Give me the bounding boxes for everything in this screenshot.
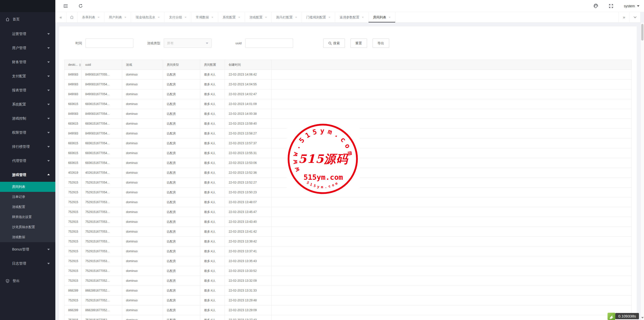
sidebar-group-label: 游戏控制 — [12, 116, 26, 120]
tab[interactable]: 返佣参数配置× — [335, 12, 369, 22]
scrollbar-down-arrow[interactable] — [641, 317, 644, 318]
tab[interactable]: 现金钱包流水× — [131, 12, 165, 22]
tab[interactable]: 跑马灯配置× — [272, 12, 302, 22]
cell-room-type: 匹配房 — [163, 237, 200, 246]
sidebar-group-label: 运营管理 — [12, 32, 26, 36]
cell-room-config: 最多:4人 — [200, 276, 225, 286]
tab[interactable]: 游戏配置× — [245, 12, 272, 22]
tab[interactable]: 杀率列表× — [77, 12, 104, 22]
sidebar-group[interactable]: 代理管理 — [0, 154, 55, 168]
cell-created-at: 22-02-2023 13:29:48 — [225, 296, 272, 305]
cell-created-at: 22-02-2023 13:58:27 — [225, 129, 272, 138]
cell-filler — [272, 286, 632, 296]
cell-room-config: 最多:4人 — [200, 119, 225, 129]
game-type-selected-value: 所有 — [167, 41, 174, 46]
tab-close-icon[interactable]: × — [185, 16, 187, 19]
time-input[interactable] — [86, 39, 133, 48]
sidebar-group[interactable]: 日志管理 — [0, 256, 55, 270]
cell-game: dominuo — [122, 178, 163, 188]
topbar-right: system — [593, 4, 644, 8]
sidebar-group[interactable]: 支付配置 — [0, 69, 55, 83]
cell-created-at: 22-02-2023 13:59:40 — [225, 119, 272, 129]
tab-home-button[interactable] — [66, 12, 77, 22]
cell-room-type: 匹配房 — [163, 89, 200, 99]
tab-close-icon[interactable]: × — [238, 16, 240, 19]
sidebar-group[interactable]: 财务管理 — [0, 55, 55, 69]
vertical-scrollbar — [640, 23, 644, 320]
topbar: system — [55, 0, 644, 12]
sidebar-group[interactable]: 排行榜管理 — [0, 139, 55, 154]
collapse-menu-icon[interactable] — [63, 4, 68, 8]
column-header-game: 游戏 — [122, 60, 163, 70]
tab-close-icon[interactable]: × — [362, 16, 364, 19]
tab-close-icon[interactable]: × — [389, 16, 391, 19]
tabs-container: 杀率列表×用户列表×现金钱包流水×支付分组×常规数据×系统配置×游戏配置×跑马灯… — [77, 12, 395, 22]
cell-uuid: 7529151677053... — [82, 217, 122, 227]
table-row: 7529157529151677053...dominuo匹配房最多:4人22-… — [64, 246, 632, 256]
cell-uuid: 7529151677053... — [82, 237, 122, 246]
cell-created-at: 22-02-2023 13:31:33 — [225, 286, 272, 296]
sidebar-subitem[interactable]: 牌类场次设置 — [0, 212, 55, 222]
tab[interactable]: 用户列表× — [104, 12, 131, 22]
tab[interactable]: 支付分组× — [165, 12, 191, 22]
tab[interactable]: 房间列表× — [369, 12, 395, 22]
cell-uuid: 6836151677054... — [82, 158, 122, 168]
tab[interactable]: 常规数据× — [191, 12, 218, 22]
cell-room-config: 最多:4人 — [200, 286, 225, 296]
sidebar-group[interactable]: 游戏管理 — [0, 168, 55, 182]
tabs-scroll-right-button[interactable]: » — [618, 12, 629, 22]
tab-close-icon[interactable]: × — [158, 16, 160, 19]
user-menu[interactable]: system — [624, 4, 639, 8]
game-type-select[interactable]: 所有 — [164, 39, 212, 48]
refresh-icon[interactable] — [78, 4, 83, 8]
theme-palette-icon[interactable] — [593, 4, 598, 8]
tab-close-icon[interactable]: × — [211, 16, 213, 19]
cell-room-config: 最多:4人 — [200, 188, 225, 197]
sidebar-subitem[interactable]: 游戏数据 — [0, 232, 55, 242]
trace-flame-icon[interactable] — [608, 313, 615, 320]
cell-room-type: 匹配房 — [163, 138, 200, 148]
sidebar-item-logout[interactable]: 登出 — [0, 276, 55, 286]
search-button[interactable]: 搜索 — [323, 39, 345, 48]
cell-created-at: 22-02-2023 13:52:27 — [225, 178, 272, 188]
table-row: 7529157529151677052...dominuo匹配房最多:4人22-… — [64, 315, 632, 320]
cell-created-at: 22-02-2023 13:45:47 — [225, 207, 272, 217]
sidebar-subitem[interactable]: 房间列表 — [0, 182, 55, 192]
tab-close-icon[interactable]: × — [265, 16, 267, 19]
uuid-input[interactable] — [245, 39, 293, 48]
cell-filler — [272, 207, 632, 217]
tab-close-icon[interactable]: × — [329, 16, 331, 19]
topbar-left — [55, 4, 83, 8]
sidebar-group[interactable]: 系统配置 — [0, 97, 55, 111]
sidebar-item-home[interactable]: 首页 — [0, 12, 55, 27]
sidebar-subitem[interactable]: 游戏配置 — [0, 202, 55, 212]
sidebar-subitem[interactable]: 注单记录 — [0, 192, 55, 202]
sidebar-group[interactable]: 权限管理 — [0, 125, 55, 139]
tabs-scroll-left-button[interactable]: « — [55, 12, 66, 22]
search-icon — [328, 42, 332, 45]
sidebar-group[interactable]: Bonus管理 — [0, 242, 55, 256]
tab[interactable]: 门槛规则配置× — [302, 12, 335, 22]
sidebar-subitem[interactable]: 沙龙房抽水配置 — [0, 222, 55, 232]
cell-filler — [272, 315, 632, 320]
sidebar-group[interactable]: 用户管理 — [0, 41, 55, 55]
tab-close-icon[interactable]: × — [125, 16, 127, 19]
cell-deskid: 683615 — [64, 158, 82, 168]
tab-close-icon[interactable]: × — [295, 16, 297, 19]
sidebar-group[interactable]: 游戏控制 — [0, 111, 55, 125]
tabs-menu-button[interactable] — [629, 12, 640, 22]
cell-deskid: 402619 — [64, 168, 82, 178]
column-header-uuid: uuid — [82, 60, 122, 70]
cell-created-at: 22-02-2023 13:53:06 — [225, 158, 272, 168]
cell-created-at: 22-02-2023 14:00:38 — [225, 109, 272, 119]
fullscreen-icon[interactable] — [609, 4, 613, 8]
sidebar-group[interactable]: 运营管理 — [0, 27, 55, 41]
sort-control[interactable] — [79, 63, 81, 66]
tab-close-icon[interactable]: × — [98, 16, 100, 19]
tab[interactable]: 系统配置× — [218, 12, 245, 22]
scrollbar-thumb[interactable] — [641, 24, 643, 41]
reset-button[interactable]: 重置 — [350, 39, 367, 48]
sidebar-group[interactable]: 报表管理 — [0, 83, 55, 97]
watermark-stamp: www.515ym.com 515源码 515ym.com 515ym.com — [287, 123, 360, 196]
export-button[interactable]: 导出 — [373, 39, 389, 48]
